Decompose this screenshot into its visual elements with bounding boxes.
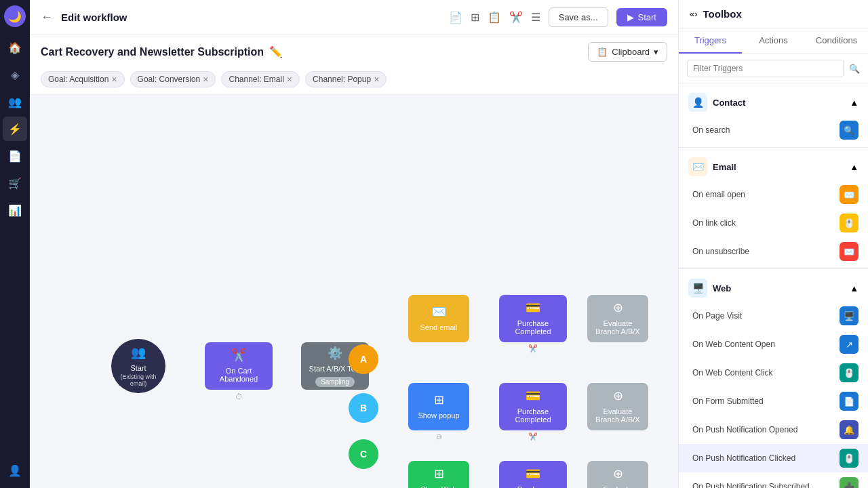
contact-section-title: Contact <box>713 98 745 108</box>
trigger-push-opened[interactable]: On Push Notification Opened 🔔 <box>679 415 868 444</box>
trigger-push-subscribed[interactable]: On Push Notification Subscribed ➕ <box>679 472 868 488</box>
branch-c-node[interactable]: C <box>349 439 378 469</box>
tab-triggers[interactable]: Triggers <box>679 28 742 54</box>
toolbox-title: Toolbox <box>703 8 742 20</box>
show-web-node[interactable]: ⊞ Show Web Content ⊖ <box>408 461 469 488</box>
toolbar-doc-icon[interactable]: 📄 <box>449 11 462 24</box>
clipboard-icon: 📋 <box>597 47 608 57</box>
start-node[interactable]: 👥 Start (Existing with email) <box>111 339 165 393</box>
tab-conditions[interactable]: Conditions <box>805 28 868 54</box>
start-node-sub: (Existing with email) <box>111 373 165 387</box>
trigger-form-submitted[interactable]: On Form Submitted 📄 <box>679 387 868 415</box>
eval-mid-node[interactable]: ⊕ Evaluate Branch A/B/X <box>587 383 648 430</box>
remove-tag-acquisition[interactable]: × <box>111 74 117 85</box>
page-title: Edit workflow <box>61 12 127 23</box>
trigger-web-content-click[interactable]: On Web Content Click 🖱️ <box>679 359 868 387</box>
nav-profile[interactable]: 👤 <box>3 458 27 483</box>
edit-title-icon[interactable]: ✏️ <box>269 45 283 58</box>
remove-tag-conversion[interactable]: × <box>203 74 208 85</box>
workflow-title: Cart Recovery and Newsletter Subscriptio… <box>41 45 283 58</box>
start-button[interactable]: ▶ Start <box>616 8 667 26</box>
email-section-header[interactable]: ✉️ Email ▲ <box>679 150 868 180</box>
workflow-tags: Goal: Acquisition × Goal: Conversion × C… <box>30 67 678 94</box>
form-submitted-badge: 📄 <box>840 392 859 411</box>
start-label: Start <box>638 12 656 22</box>
email-open-badge: ✉️ <box>840 185 859 204</box>
toolbox-tabs: Triggers Actions Conditions <box>679 28 868 54</box>
email-chevron-icon: ▲ <box>850 162 859 172</box>
start-play-icon: ▶ <box>627 12 634 22</box>
trigger-page-visit[interactable]: On Page Visit 🖥️ <box>679 302 868 330</box>
workflow-header: Cart Recovery and Newsletter Subscriptio… <box>30 35 678 95</box>
back-button[interactable]: ← <box>41 10 53 24</box>
purchase-bot-node[interactable]: 💳 Purchase Completed ✂️ <box>499 461 567 488</box>
remove-tag-email[interactable]: × <box>287 74 292 85</box>
left-navigation: 🌙 🏠 ◈ 👥 ⚡ 📄 🛒 📊 👤 <box>0 0 30 488</box>
purchase-mid-node[interactable]: 💳 Purchase Completed ✂️ <box>499 383 567 430</box>
page-visit-badge: 🖥️ <box>840 306 859 325</box>
trigger-unsubscribe[interactable]: On unsubscribe ✉️ <box>679 237 868 266</box>
clipboard-chevron-icon: ▾ <box>654 47 658 57</box>
toolbar-list-icon[interactable]: ☰ <box>531 11 540 24</box>
toolbox-panel: «› Toolbox Triggers Actions Conditions 🔍… <box>678 0 868 488</box>
nav-analytics[interactable]: 📊 <box>3 198 27 222</box>
toolbox-collapse-icon[interactable]: «› <box>690 9 698 19</box>
web-section-title: Web <box>713 283 731 293</box>
tag-email: Channel: Email × <box>221 71 300 87</box>
filter-triggers-input[interactable] <box>687 60 844 77</box>
trigger-link-click[interactable]: On link click 🖱️ <box>679 209 868 237</box>
tag-conversion: Goal: Conversion × <box>130 71 216 87</box>
email-section-title: Email <box>713 162 736 172</box>
unsubscribe-badge: ✉️ <box>840 242 859 261</box>
on-search-badge: 🔍 <box>840 121 859 140</box>
nav-users[interactable]: 👥 <box>3 89 27 114</box>
toolbar-grid-icon[interactable]: ⊞ <box>471 11 479 24</box>
toolbox-body: 👤 Contact ▲ On search 🔍 ✉️ Email ▲ On em… <box>679 83 868 488</box>
topbar: ← Edit workflow 📄 ⊞ 📋 ✂️ ☰ Save as... ▶ … <box>30 0 678 35</box>
web-section-icon: 🖥️ <box>688 279 707 298</box>
contact-section-icon: 👤 <box>688 93 707 112</box>
purchase-top-node[interactable]: 💳 Purchase Completed ✂️ <box>499 295 567 342</box>
filter-search-icon: 🔍 <box>849 64 860 74</box>
nav-home[interactable]: 🏠 <box>3 35 27 60</box>
contact-chevron-icon: ▲ <box>850 98 859 108</box>
show-popup-node[interactable]: ⊞ Show popup ⊖ <box>408 383 469 430</box>
web-chevron-icon: ▲ <box>850 283 859 293</box>
branch-b-node[interactable]: B <box>349 393 378 423</box>
toolbar-copy-icon[interactable]: 📋 <box>488 11 501 24</box>
web-section-header[interactable]: 🖥️ Web ▲ <box>679 272 868 302</box>
start-node-label: Start <box>126 363 150 373</box>
push-clicked-badge: 🖱️ <box>840 449 859 468</box>
push-opened-badge: 🔔 <box>840 420 859 439</box>
toolbar-cut-icon[interactable]: ✂️ <box>509 11 523 24</box>
toolbox-search-area: 🔍 <box>679 54 868 83</box>
branch-a-node[interactable]: A <box>349 344 378 374</box>
email-section-icon: ✉️ <box>688 157 707 176</box>
push-subscribed-badge: ➕ <box>840 477 859 488</box>
tab-actions[interactable]: Actions <box>742 28 805 54</box>
workflow-canvas[interactable]: 👥 Start (Existing with email) ✂️ On Cart… <box>30 95 678 488</box>
app-logo[interactable]: 🌙 <box>4 5 26 27</box>
cart-abandoned-node[interactable]: ✂️ On Cart Abandoned ⏱ <box>205 342 273 390</box>
trigger-on-search[interactable]: On search 🔍 <box>679 116 868 144</box>
clipboard-button[interactable]: 📋 Clipboard ▾ <box>588 42 667 62</box>
eval-top-node[interactable]: ⊕ Evaluate Branch A/B/X <box>587 295 648 342</box>
trigger-email-open[interactable]: On email open ✉️ <box>679 180 868 209</box>
nav-cart[interactable]: 🛒 <box>3 171 27 195</box>
trigger-web-content-open[interactable]: On Web Content Open ↗ <box>679 330 868 359</box>
contact-section-header[interactable]: 👤 Contact ▲ <box>679 86 868 116</box>
web-content-click-badge: 🖱️ <box>840 363 859 382</box>
toolbox-header: «› Toolbox <box>679 0 868 28</box>
remove-tag-popup[interactable]: × <box>374 74 379 85</box>
trigger-push-clicked[interactable]: On Push Notification Clicked 🖱️ <box>679 444 868 472</box>
save-as-button[interactable]: Save as... <box>549 7 608 27</box>
toolbar-icons: 📄 ⊞ 📋 ✂️ ☰ <box>449 11 540 24</box>
send-email-node[interactable]: ✉️ Send email <box>408 295 469 342</box>
nav-workflows[interactable]: ⚡ <box>3 117 27 141</box>
nav-documents[interactable]: 📄 <box>3 144 27 168</box>
web-content-open-badge: ↗ <box>840 335 859 354</box>
nav-layers[interactable]: ◈ <box>3 62 27 87</box>
sampling-badge: Sampling <box>315 377 355 387</box>
eval-bot-node[interactable]: ⊕ Evaluate Branch A/B/X <box>587 461 648 488</box>
start-node-icon: 👥 <box>131 345 146 360</box>
